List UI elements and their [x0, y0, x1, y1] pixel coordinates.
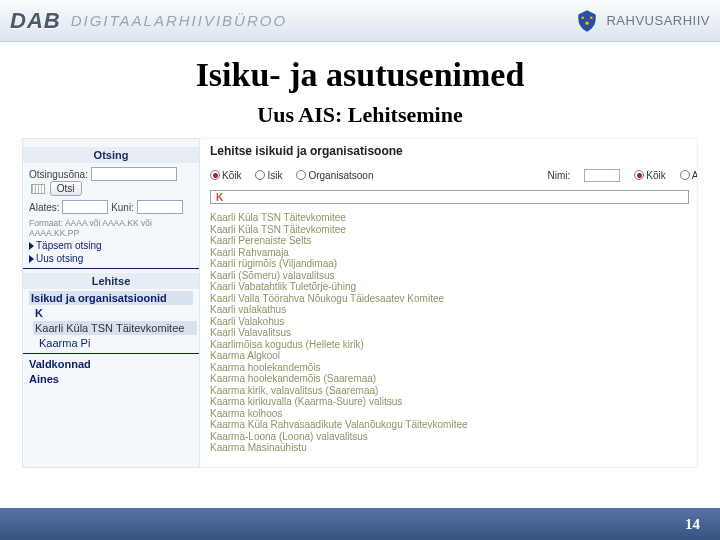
nimi-input[interactable] [584, 169, 620, 182]
new-search-label: Uus otsing [36, 253, 83, 264]
brand: DAB DIGITAALARHIIVIBÜROO [10, 8, 287, 34]
list-item[interactable]: Kaarli (Sõmeru) valavalitsus [210, 270, 689, 282]
lehitse-header: Lehitse [23, 273, 199, 289]
list-item[interactable]: Kaarma kirik, valavalitsus (Saaremaa) [210, 385, 689, 397]
list-item[interactable]: Kaarma kolhoos [210, 408, 689, 420]
search-label: Otsingusõna: [29, 169, 88, 180]
namebox[interactable]: K [210, 190, 689, 204]
nav-letter[interactable]: K [35, 307, 193, 319]
list-item[interactable]: Kaarli valakathus [210, 304, 689, 316]
to-label: Kuni: [111, 202, 134, 213]
to-input[interactable] [137, 200, 183, 214]
panel-title: Lehitse isikuid ja organisatisoone [210, 144, 689, 158]
crest-icon [574, 8, 600, 34]
otsing-header: Otsing [23, 147, 199, 163]
svg-point-0 [582, 16, 585, 19]
type-org[interactable]: Organisatsoon [296, 170, 373, 181]
slide-footer: 14 [0, 508, 720, 540]
list-item[interactable]: Kaarma Küla Rahvasaadikute Valanõukogu T… [210, 419, 689, 431]
list-item[interactable]: Kaarma Masinaühistu [210, 442, 689, 454]
scope-koik[interactable]: Kõik [634, 170, 665, 181]
radio-icon [210, 170, 220, 180]
nimi-label: Nimi: [548, 170, 571, 181]
brand-subtitle: DIGITAALARHIIVIBÜROO [71, 12, 287, 29]
nav-isikud[interactable]: Isikud ja organisatsioonid [29, 291, 193, 305]
top-header: DAB DIGITAALARHIIVIBÜROO RAHVUSARHIIV [0, 0, 720, 42]
list-item[interactable]: Kaarma hoolekandemõis [210, 362, 689, 374]
radio-icon [296, 170, 306, 180]
namebox-letter: K [216, 192, 223, 203]
radio-icon [680, 170, 690, 180]
list-item[interactable]: Kaarli rügimõis (Viljandimaa) [210, 258, 689, 270]
list-item[interactable]: Kaarli Perenaiste Selts [210, 235, 689, 247]
chevron-right-icon [29, 255, 34, 263]
chevron-right-icon [29, 242, 34, 250]
brand-logo: DAB [10, 8, 61, 34]
list-item[interactable]: Kaarli Valakohus [210, 316, 689, 328]
search-button[interactable]: Otsi [50, 181, 82, 196]
main-panel: Lehitse isikuid ja organisatisoone Kõik … [200, 138, 698, 468]
scope-arhiiv[interactable]: Arhiivimoodustaja [680, 170, 698, 181]
date-row: Alates: Kuni: [29, 200, 193, 214]
page-number: 14 [685, 516, 700, 533]
list-item[interactable]: Kaarli Vabatahtlik Tuletõrje-ühing [210, 281, 689, 293]
list-item[interactable]: Kaarma kirikuvalla (Kaarma-Suure) valits… [210, 396, 689, 408]
from-label: Alates: [29, 202, 60, 213]
type-koik[interactable]: Kõik [210, 170, 241, 181]
org-name: RAHVUSARHIIV [606, 13, 710, 28]
svg-point-1 [591, 16, 594, 19]
new-search-toggle[interactable]: Uus otsing [29, 253, 193, 264]
nav-aines[interactable]: Aines [29, 373, 193, 385]
svg-point-2 [586, 21, 589, 24]
advanced-label: Täpsem otsing [36, 240, 102, 251]
left-panel: Otsing Otsingusõna: Otsi Alates: Kuni: F… [22, 138, 200, 468]
from-input[interactable] [62, 200, 108, 214]
list-item[interactable]: Kaarlimõisa kogudus (Hellete kirik) [210, 339, 689, 351]
nav-item-0[interactable]: Kaarli Küla TSN Täitevkomitee [33, 321, 197, 335]
list-item[interactable]: Kaarli Küla TSN Täitevkomitee [210, 212, 689, 224]
list-item[interactable]: Kaarma Algkool [210, 350, 689, 362]
slide-title: Isiku- ja asutusenimed [0, 56, 720, 94]
slide-subtitle: Uus AIS: Lehitsemine [0, 102, 720, 128]
search-row: Otsingusõna: Otsi [29, 167, 193, 196]
filter-row: Kõik Isik Organisatsoon Nimi: Kõik Arhii… [210, 164, 689, 186]
list-item[interactable]: Kaarma-Loona (Loona) valavalitsus [210, 431, 689, 443]
type-isik[interactable]: Isik [255, 170, 282, 181]
nav-item-1[interactable]: Kaarma Pi [39, 337, 193, 349]
search-input[interactable] [91, 167, 177, 181]
nav-valdkonnad[interactable]: Valdkonnad [29, 358, 193, 370]
results-list: Kaarli Küla TSN Täitevkomitee Kaarli Kül… [210, 212, 689, 454]
app-screenshot: Otsing Otsingusõna: Otsi Alates: Kuni: F… [22, 138, 698, 468]
list-item[interactable]: Kaarma hoolekandemõis (Saaremaa) [210, 373, 689, 385]
list-item[interactable]: Kaarli Rahvamaja [210, 247, 689, 259]
format-hint: Formaat: AAAA või AAAA.KK või AAAA.KK.PP [29, 218, 193, 238]
list-item[interactable]: Kaarli Valla Töörahva Nõukogu Täidesaate… [210, 293, 689, 305]
radio-icon [255, 170, 265, 180]
radio-icon [634, 170, 644, 180]
org-block: RAHVUSARHIIV [574, 8, 710, 34]
list-item[interactable]: Kaarli Valavalitsus [210, 327, 689, 339]
advanced-toggle[interactable]: Täpsem otsing [29, 240, 193, 251]
keyboard-icon[interactable] [31, 184, 45, 194]
list-item[interactable]: Kaarli Küla TSN Täitevkomitee [210, 224, 689, 236]
